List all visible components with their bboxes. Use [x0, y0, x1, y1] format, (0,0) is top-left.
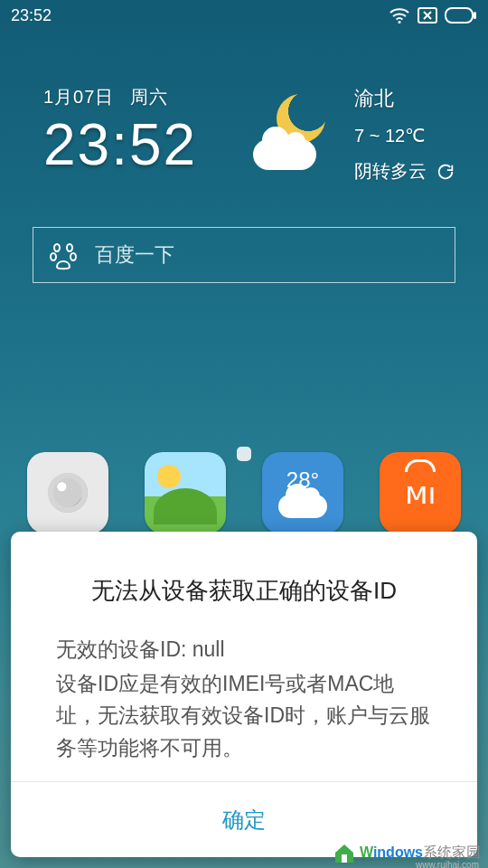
camera-lens-icon [48, 473, 88, 513]
status-bar: 23:52 [0, 0, 488, 31]
house-icon [333, 841, 356, 864]
app-mi-store[interactable]: ᴍı [380, 452, 461, 533]
weather-temp-range: 7 ~ 12℃ [354, 125, 455, 146]
watermark-indows: indows [373, 844, 423, 860]
error-dialog: 无法从设备获取正确的设备ID 无效的设备ID: null 设备ID应是有效的IM… [11, 532, 477, 857]
cloud-icon [278, 495, 327, 518]
svg-rect-2 [446, 8, 473, 23]
dialog-body: 无效的设备ID: null 设备ID应是有效的IMEI号或者MAC地址，无法获取… [11, 634, 477, 781]
no-sim-icon [418, 7, 437, 24]
weekday-text: 周六 [130, 87, 168, 107]
clock-time: 23:52 [43, 113, 197, 176]
svg-rect-8 [342, 854, 347, 863]
refresh-icon[interactable] [436, 162, 455, 182]
weather-condition: 阴转多云 [354, 159, 427, 184]
weather-moon-cloud-icon [253, 94, 334, 175]
weather-location: 渝北 [354, 85, 455, 112]
svg-rect-3 [474, 12, 476, 19]
watermark-cn: 系统家园 [423, 844, 481, 860]
app-camera[interactable] [27, 452, 108, 533]
date-row: 1月07日周六 [43, 85, 197, 109]
battery-icon [445, 7, 477, 24]
baidu-icon [48, 240, 79, 270]
wifi-icon [389, 6, 410, 24]
status-icons [389, 6, 477, 24]
weather-text: 渝北 7 ~ 12℃ 阴转多云 [354, 85, 455, 184]
svg-point-0 [399, 21, 401, 24]
watermark: Windows系统家园 www.ruihai.com [325, 837, 488, 868]
app-gallery[interactable] [145, 452, 226, 533]
svg-point-6 [51, 253, 56, 260]
watermark-w: W [360, 844, 373, 860]
clock-weather-widget[interactable]: 1月07日周六 23:52 渝北 7 ~ 12℃ 阴转多云 [0, 31, 488, 202]
dialog-body-line1: 无效的设备ID: null [56, 634, 432, 666]
status-time: 23:52 [11, 6, 52, 25]
weather-side: 渝北 7 ~ 12℃ 阴转多云 [253, 85, 455, 184]
app-row: 28° ᴍı [0, 452, 488, 533]
dialog-body-rest: 设备ID应是有效的IMEI号或者MAC地址，无法获取有效设备ID时，账户与云服务… [56, 668, 432, 765]
svg-point-4 [54, 244, 60, 251]
svg-point-7 [70, 253, 76, 260]
search-bar[interactable]: 百度一下 [33, 227, 455, 283]
watermark-url: www.ruihai.com [416, 860, 479, 868]
clock-column: 1月07日周六 23:52 [43, 85, 197, 184]
app-weather[interactable]: 28° [262, 452, 343, 533]
dialog-title: 无法从设备获取正确的设备ID [11, 532, 477, 634]
weather-condition-row: 阴转多云 [354, 159, 455, 184]
search-placeholder: 百度一下 [95, 241, 174, 269]
svg-point-5 [67, 244, 72, 251]
mi-logo: ᴍı [405, 475, 435, 511]
bag-handle-icon [405, 459, 436, 472]
date-text: 1月07日 [43, 87, 114, 107]
ok-button[interactable]: 确定 [222, 806, 266, 835]
